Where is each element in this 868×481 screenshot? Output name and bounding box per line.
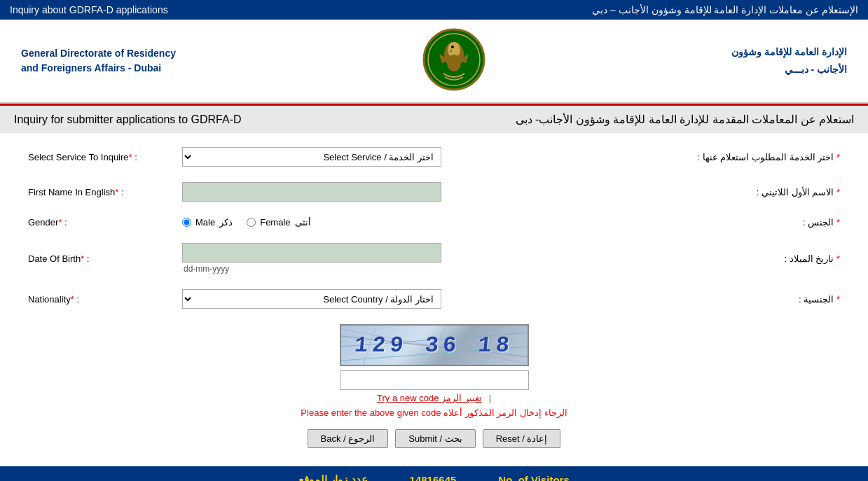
captcha-input[interactable] [340, 370, 529, 390]
title-bar: Inquiry about GDRFA-D applications الإست… [0, 0, 868, 20]
footer-label-en: No. of Visitors [498, 474, 569, 482]
footer-label-ar: عدد زوار الموقع [298, 473, 367, 481]
nationality-select[interactable]: اختار الدولة / Select Country [182, 289, 441, 309]
captcha-separator: | [489, 393, 491, 403]
gender-female-option[interactable]: Female أنثى [247, 217, 310, 228]
gender-label-ar: * الجنس : [665, 217, 840, 228]
visitor-count: 14816645 [410, 474, 457, 482]
new-code-link[interactable]: Try a new code تغيير الرمز [377, 393, 482, 403]
dob-row: Date Of Birth* : dd-mm-yyyy * تاريخ المي… [28, 243, 840, 274]
org-name-ar-line1: الإدارة العامة للإقامة وشؤون [731, 43, 847, 61]
org-name-line2: and Foreigners Affairs - Dubai [21, 61, 176, 76]
reset-button[interactable]: Reset / إعادة [483, 429, 561, 448]
header-left: General Directorate of Residency and For… [21, 46, 176, 76]
nationality-label-ar: * الجنسية : [665, 294, 840, 305]
org-name-line1: General Directorate of Residency [21, 46, 176, 61]
gender-left: Gender* : Male ذكر Female أنثى [28, 217, 665, 228]
gender-group: Male ذكر Female أنثى [182, 217, 311, 228]
firstname-input[interactable] [182, 182, 441, 202]
dob-wrapper: dd-mm-yyyy [182, 243, 441, 274]
nationality-label: Nationality* : [28, 294, 182, 305]
gender-label: Gender* : [28, 217, 182, 228]
dob-hint: dd-mm-yyyy [184, 264, 229, 274]
gender-male-radio[interactable] [182, 218, 191, 227]
gender-male-option[interactable]: Male ذكر [182, 217, 233, 228]
firstname-row: First Name In English* : * الاسم الأول ا… [28, 182, 840, 202]
svg-point-6 [451, 46, 454, 48]
service-left: Select Service To Inquire* : اختر الخدمة… [28, 147, 665, 167]
service-label-ar: * اختر الخدمة المطلوب استعلام عنها : [665, 152, 840, 162]
button-row: Back / الرجوع Submit / بحث Reset / إعادة [28, 429, 840, 448]
captcha-links: Try a new code تغيير الرمز | [377, 393, 491, 403]
inquiry-banner: Inquiry for submitter applications to GD… [0, 104, 868, 133]
header: General Directorate of Residency and For… [0, 20, 868, 104]
captcha-display: 129 36 18 [353, 333, 514, 358]
title-bar-left: Inquiry about GDRFA-D applications [10, 4, 168, 15]
firstname-left: First Name In English* : [28, 182, 665, 202]
main-content: Select Service To Inquire* : اختر الخدمة… [0, 133, 868, 466]
service-label: Select Service To Inquire* : [28, 152, 182, 162]
svg-point-4 [447, 55, 461, 71]
dob-label-ar: * تاريخ الميلاد : [665, 253, 840, 264]
dob-left: Date Of Birth* : dd-mm-yyyy [28, 243, 665, 274]
org-name-ar-line2: الأجانب - دبـــي [731, 61, 847, 78]
footer: عدد زوار الموقع 14816645 No. of Visitors [0, 466, 868, 481]
captcha-section: 129 36 18 Try a new code تغيير الرمز | P… [28, 324, 840, 418]
banner-right: استعلام عن المعاملات المقدمة للإدارة الع… [516, 113, 854, 126]
gender-row: Gender* : Male ذكر Female أنثى * الجنس : [28, 217, 840, 228]
captcha-image: 129 36 18 [340, 324, 529, 366]
nationality-row: Nationality* : اختار الدولة / Select Cou… [28, 289, 840, 309]
banner-left: Inquiry for submitter applications to GD… [14, 113, 242, 126]
dob-label: Date Of Birth* : [28, 253, 182, 264]
title-bar-right: الإستعلام عن معاملات الإدارة العامة للإق… [592, 4, 858, 15]
firstname-label-ar: * الاسم الأول اللاتيني : [665, 187, 840, 197]
gender-female-radio[interactable] [247, 218, 256, 227]
service-select[interactable]: اختر الخدمة / Select Service [182, 147, 441, 167]
dob-input[interactable] [182, 243, 441, 263]
submit-button[interactable]: Submit / بحث [395, 429, 475, 448]
firstname-label: First Name In English* : [28, 187, 182, 197]
nationality-left: Nationality* : اختار الدولة / Select Cou… [28, 289, 665, 309]
back-button[interactable]: Back / الرجوع [308, 429, 389, 448]
logo [422, 28, 485, 94]
captcha-hint: Please enter the above given code الرجاء… [301, 407, 567, 418]
service-row: Select Service To Inquire* : اختر الخدمة… [28, 147, 840, 167]
header-right: الإدارة العامة للإقامة وشؤون الأجانب - د… [731, 43, 847, 78]
